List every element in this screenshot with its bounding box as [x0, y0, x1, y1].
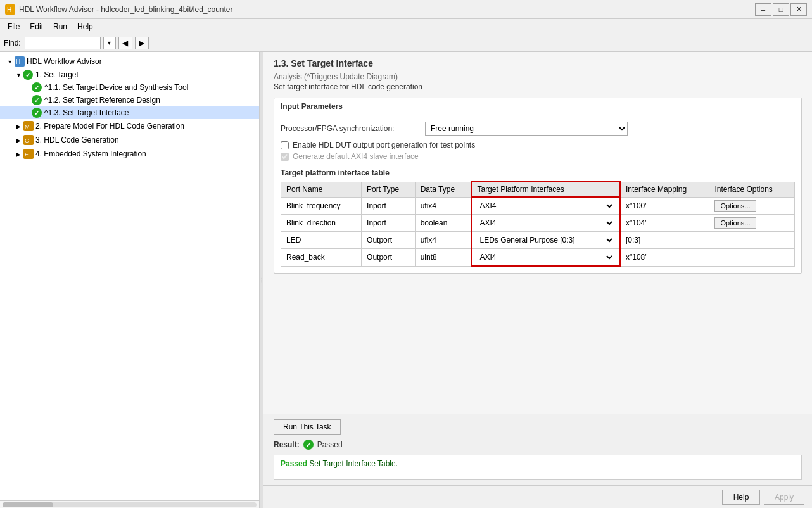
td-options-2: Options...: [709, 215, 795, 232]
right-content: 1.3. Set Target Interface Analysis (^Tri…: [263, 52, 812, 414]
checkbox-dut-row: Enable HDL DUT output port generation fo…: [281, 141, 795, 149]
target-select-4[interactable]: AXI4 LEDs General Purpose [0:3] No Inter…: [477, 251, 614, 264]
th-interface-options: Interface Options: [709, 182, 795, 197]
result-label: Result:: [274, 440, 300, 449]
minimize-button[interactable]: –: [755, 3, 771, 16]
td-mapping-4: x"108": [620, 249, 709, 267]
checkbox-dut[interactable]: [281, 141, 289, 149]
th-target-platform: Target Platform Interfaces: [471, 182, 620, 197]
nav-back-button[interactable]: ◀: [118, 37, 132, 49]
panel-resize-handle[interactable]: ···: [260, 52, 263, 508]
hdl-codegen-icon: C: [23, 134, 34, 146]
options-btn-1[interactable]: Options...: [714, 200, 756, 212]
sync-select[interactable]: Free running Coprocessing - Blocking Cop…: [425, 122, 628, 136]
td-mapping-1: x"100": [620, 197, 709, 215]
tree-item-hdl-codegen[interactable]: ▶ C 3. HDL Code Generation: [0, 133, 259, 147]
table-row-blink-dir: Blink_direction Inport boolean AXI4 LEDs…: [281, 215, 795, 232]
svg-text:C: C: [25, 137, 29, 144]
tree-item-root[interactable]: ▾ H HDL Workflow Advisor: [0, 54, 259, 68]
tree-toggle-embedded[interactable]: ▶: [14, 151, 23, 158]
tree-item-set-target[interactable]: ▾ ✓ 1. Set Target: [0, 68, 259, 81]
section-title: 1.3. Set Target Interface: [274, 58, 802, 68]
tree-toggle-hdl[interactable]: ▶: [14, 137, 23, 144]
tree-item-embedded[interactable]: ▶ E 4. Embedded System Integration: [0, 147, 259, 161]
find-dropdown[interactable]: ▾: [103, 37, 116, 49]
sync-row: Processor/FPGA synchronization: Free run…: [281, 122, 795, 136]
run-task-button[interactable]: Run This Task: [274, 419, 341, 435]
check-icon-device: ✓: [32, 82, 42, 92]
th-port-name: Port Name: [281, 182, 362, 197]
table-title: Target platform interface table: [281, 168, 795, 177]
td-target-3[interactable]: LEDs General Purpose [0:3] AXI4 No Inter…: [471, 232, 620, 249]
menu-file[interactable]: File: [3, 21, 25, 32]
menu-bar: File Edit Run Help: [0, 19, 812, 34]
input-params-title: Input Parameters: [274, 98, 801, 115]
target-select-1[interactable]: AXI4 LEDs General Purpose [0:3] No Inter…: [477, 200, 614, 212]
td-target-1[interactable]: AXI4 LEDs General Purpose [0:3] No Inter…: [471, 197, 620, 215]
window-title: HDL Workflow Advisor - hdlcoder_led_blin…: [19, 5, 233, 14]
svg-text:H: H: [16, 58, 20, 65]
td-port-type-4: Outport: [362, 249, 416, 267]
td-data-type-4: uint8: [415, 249, 471, 267]
tree-label-prepare: 2. Prepare Model For HDL Code Generation: [35, 122, 184, 130]
result-text: Passed: [317, 440, 343, 449]
tree-root-label: HDL Workflow Advisor: [27, 57, 102, 66]
menu-edit[interactable]: Edit: [25, 21, 48, 32]
table-header-row: Port Name Port Type Data Type Target Pla…: [281, 182, 795, 197]
sync-label: Processor/FPGA synchronization:: [281, 124, 420, 133]
tree-label-set-target: 1. Set Target: [35, 70, 79, 79]
main-layout: ▾ H HDL Workflow Advisor ▾ ✓ 1. Set Targ…: [0, 52, 812, 508]
table-row-blink-freq: Blink_frequency Inport ufix4 AXI4 LEDs G…: [281, 197, 795, 215]
section-desc: Set target interface for HDL code genera…: [274, 82, 802, 91]
analysis-note: Analysis (^Triggers Update Diagram): [274, 72, 802, 81]
nav-forward-button[interactable]: ▶: [135, 37, 149, 49]
menu-run[interactable]: Run: [48, 21, 72, 32]
result-message: Passed Set Target Interface Table.: [281, 459, 398, 468]
td-options-4: [709, 249, 795, 267]
tree-label-hdl: 3. HDL Code Generation: [35, 136, 119, 144]
footer-bar: Help Apply: [263, 485, 812, 508]
td-target-2[interactable]: AXI4 LEDs General Purpose [0:3] No Inter…: [471, 215, 620, 232]
svg-text:M: M: [25, 124, 30, 130]
help-button[interactable]: Help: [722, 490, 760, 505]
scrollbar-thumb: [3, 502, 53, 507]
check-icon-ref-design: ✓: [32, 95, 42, 105]
result-row: Result: ✓ Passed: [274, 440, 802, 450]
th-port-type: Port Type: [362, 182, 416, 197]
target-select-2[interactable]: AXI4 LEDs General Purpose [0:3] No Inter…: [477, 217, 614, 229]
td-options-1: Options...: [709, 197, 795, 215]
maximize-button[interactable]: □: [773, 3, 789, 16]
td-port-name-3: LED: [281, 232, 362, 249]
tree-item-device[interactable]: ✓ ^1.1. Set Target Device and Synthesis …: [0, 81, 259, 94]
app-icon: H: [5, 4, 15, 15]
tree-toggle-set-target[interactable]: ▾: [14, 72, 23, 79]
menu-help[interactable]: Help: [72, 21, 98, 32]
table-row-readback: Read_back Outport uint8 AXI4 LEDs Genera…: [281, 249, 795, 267]
td-data-type-1: ufix4: [415, 197, 471, 215]
close-button[interactable]: ✕: [790, 3, 807, 16]
find-input[interactable]: [25, 37, 101, 49]
td-target-4[interactable]: AXI4 LEDs General Purpose [0:3] No Inter…: [471, 249, 620, 267]
target-select-3[interactable]: LEDs General Purpose [0:3] AXI4 No Inter…: [477, 234, 614, 246]
tree-toggle-root[interactable]: ▾: [5, 58, 14, 65]
checkbox-axi4-label: Generate default AXI4 slave interface: [293, 152, 419, 161]
tree-item-set-interface[interactable]: ✓ ^1.3. Set Target Interface: [0, 106, 259, 119]
tree-label-ref-design: ^1.2. Set Target Reference Design: [44, 96, 160, 105]
apply-button[interactable]: Apply: [764, 490, 804, 505]
result-passed-label: Passed: [281, 459, 307, 468]
tree-item-ref-design[interactable]: ✓ ^1.2. Set Target Reference Design: [0, 94, 259, 106]
tree-scrollbar[interactable]: [0, 500, 259, 508]
tree-item-prepare-model[interactable]: ▶ M 2. Prepare Model For HDL Code Genera…: [0, 119, 259, 133]
options-btn-2[interactable]: Options...: [714, 217, 756, 229]
prepare-model-icon: M: [23, 120, 34, 132]
checkbox-axi4[interactable]: [281, 153, 289, 161]
handle-dots: ···: [258, 277, 265, 283]
find-label: Find:: [4, 39, 21, 48]
left-panel: ▾ H HDL Workflow Advisor ▾ ✓ 1. Set Targ…: [0, 52, 260, 508]
tree-toggle-prepare[interactable]: ▶: [14, 123, 23, 130]
th-data-type: Data Type: [415, 182, 471, 197]
result-message-box: Passed Set Target Interface Table.: [274, 455, 802, 480]
tree-container: ▾ H HDL Workflow Advisor ▾ ✓ 1. Set Targ…: [0, 52, 259, 500]
tree-label-set-interface: ^1.3. Set Target Interface: [44, 108, 129, 117]
embedded-icon: E: [23, 148, 34, 160]
